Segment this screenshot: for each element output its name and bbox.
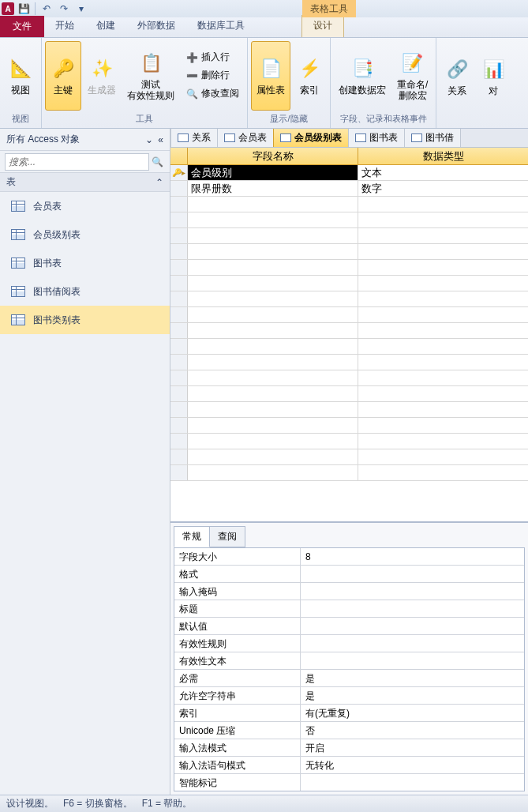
row-selector[interactable] bbox=[170, 307, 188, 322]
datamacro-button[interactable]: 📑 创建数据宏 bbox=[334, 41, 391, 111]
nav-item[interactable]: 图书借阅表 bbox=[0, 277, 170, 306]
row-selector[interactable] bbox=[170, 449, 188, 464]
cell-field-name[interactable] bbox=[188, 418, 358, 433]
tab-dbtools[interactable]: 数据库工具 bbox=[186, 16, 256, 37]
property-value[interactable] bbox=[301, 600, 524, 617]
grid-row[interactable] bbox=[170, 197, 528, 212]
document-tab[interactable]: 关系 bbox=[170, 129, 218, 147]
nav-dropdown-icon[interactable]: ⌄ bbox=[145, 134, 153, 145]
cell-field-name[interactable] bbox=[188, 434, 358, 449]
document-tab[interactable]: 图书表 bbox=[348, 129, 405, 147]
cell-data-type[interactable] bbox=[358, 323, 528, 338]
cell-data-type[interactable] bbox=[358, 449, 528, 464]
cell-field-name[interactable] bbox=[188, 244, 358, 259]
property-row[interactable]: 允许空字符串是 bbox=[174, 687, 524, 705]
tab-external[interactable]: 外部数据 bbox=[126, 16, 186, 37]
cell-field-name[interactable] bbox=[188, 307, 358, 322]
grid-row[interactable] bbox=[170, 386, 528, 402]
property-value[interactable] bbox=[301, 566, 524, 582]
cell-data-type[interactable] bbox=[358, 465, 528, 480]
test-validation-button[interactable]: 📋 测试 有效性规则 bbox=[122, 41, 179, 111]
prop-tab-lookup[interactable]: 查阅 bbox=[209, 526, 245, 547]
cell-data-type[interactable] bbox=[358, 434, 528, 449]
cell-data-type[interactable] bbox=[358, 386, 528, 401]
document-tab[interactable]: 图书借 bbox=[404, 129, 461, 147]
row-selector[interactable] bbox=[170, 402, 188, 417]
property-value[interactable] bbox=[301, 618, 524, 634]
row-selector[interactable]: 🔑▸ bbox=[170, 165, 188, 180]
property-value[interactable]: 无转化 bbox=[301, 757, 524, 773]
row-selector[interactable] bbox=[170, 434, 188, 449]
cell-field-name[interactable] bbox=[188, 449, 358, 464]
property-value[interactable]: 是 bbox=[301, 687, 524, 704]
row-selector[interactable] bbox=[170, 370, 188, 385]
cell-field-name[interactable] bbox=[188, 402, 358, 417]
cell-field-name[interactable] bbox=[188, 323, 358, 338]
cell-data-type[interactable] bbox=[358, 418, 528, 433]
cell-data-type[interactable] bbox=[358, 244, 528, 259]
cell-data-type[interactable] bbox=[358, 276, 528, 291]
grid-row[interactable] bbox=[170, 212, 528, 228]
property-row[interactable]: 有效性文本 bbox=[174, 652, 524, 670]
cell-data-type[interactable]: 数字 bbox=[358, 181, 528, 196]
cell-data-type[interactable] bbox=[358, 370, 528, 385]
insert-row-button[interactable]: ➕插入行 bbox=[182, 49, 242, 66]
cell-field-name[interactable] bbox=[188, 197, 358, 212]
property-row[interactable]: 输入掩码 bbox=[174, 583, 524, 600]
property-value[interactable]: 否 bbox=[301, 722, 524, 739]
grid-row[interactable] bbox=[170, 307, 528, 323]
cell-data-type[interactable]: 文本 bbox=[358, 165, 528, 180]
grid-row[interactable]: 限界册数数字 bbox=[170, 181, 528, 197]
row-selector[interactable] bbox=[170, 418, 188, 433]
grid-row[interactable] bbox=[170, 370, 528, 386]
qat-dropdown-icon[interactable]: ▾ bbox=[73, 2, 89, 16]
grid-row[interactable] bbox=[170, 276, 528, 291]
tab-start[interactable]: 开始 bbox=[44, 16, 85, 37]
cell-field-name[interactable] bbox=[188, 212, 358, 227]
grid-row[interactable] bbox=[170, 402, 528, 418]
cell-data-type[interactable] bbox=[358, 228, 528, 243]
property-value[interactable] bbox=[301, 774, 524, 791]
row-selector[interactable] bbox=[170, 355, 188, 370]
grid-row[interactable] bbox=[170, 449, 528, 465]
undo-icon[interactable]: ↶ bbox=[39, 2, 54, 16]
property-sheet-button[interactable]: 📄 属性表 bbox=[251, 41, 290, 111]
property-value[interactable] bbox=[301, 652, 524, 669]
grid-row[interactable]: 🔑▸会员级别文本 bbox=[170, 165, 528, 181]
property-row[interactable]: 必需是 bbox=[174, 670, 524, 687]
row-selector[interactable] bbox=[170, 386, 188, 401]
cell-field-name[interactable] bbox=[188, 276, 358, 291]
tab-design[interactable]: 设计 bbox=[301, 15, 344, 37]
nav-item[interactable]: 会员级别表 bbox=[0, 220, 170, 249]
property-row[interactable]: 有效性规则 bbox=[174, 635, 524, 652]
property-value[interactable]: 开启 bbox=[301, 739, 524, 756]
property-value[interactable] bbox=[301, 635, 524, 652]
row-selector[interactable] bbox=[170, 323, 188, 338]
row-selector[interactable] bbox=[170, 339, 188, 354]
cell-field-name[interactable]: 会员级别 bbox=[188, 165, 358, 180]
index-button[interactable]: ⚡ 索引 bbox=[292, 41, 327, 111]
cell-field-name[interactable] bbox=[188, 291, 358, 306]
modify-lookup-button[interactable]: 🔍修改查阅 bbox=[182, 85, 242, 102]
rename-macro-button[interactable]: 📝 重命名/ 删除宏 bbox=[392, 41, 433, 111]
tab-file[interactable]: 文件 bbox=[0, 16, 44, 37]
row-selector[interactable] bbox=[170, 181, 188, 196]
row-selector[interactable] bbox=[170, 228, 188, 243]
grid-row[interactable] bbox=[170, 260, 528, 276]
save-icon[interactable]: 💾 bbox=[16, 2, 32, 16]
cell-field-name[interactable] bbox=[188, 228, 358, 243]
primary-key-button[interactable]: 🔑 主键 bbox=[45, 41, 81, 111]
property-row[interactable]: Unicode 压缩否 bbox=[174, 722, 524, 739]
nav-section-tables[interactable]: 表 ⌃ bbox=[0, 173, 170, 192]
redo-icon[interactable]: ↷ bbox=[56, 2, 72, 16]
row-selector[interactable] bbox=[170, 197, 188, 212]
view-button[interactable]: 📐 视图 bbox=[3, 41, 38, 111]
col-header-field[interactable]: 字段名称 bbox=[188, 148, 358, 164]
document-tab[interactable]: 会员表 bbox=[217, 129, 274, 147]
cell-field-name[interactable] bbox=[188, 370, 358, 385]
row-selector[interactable] bbox=[170, 260, 188, 275]
row-selector[interactable] bbox=[170, 465, 188, 480]
row-selector[interactable] bbox=[170, 276, 188, 291]
nav-item[interactable]: 会员表 bbox=[0, 192, 170, 220]
property-row[interactable]: 索引有(无重复) bbox=[174, 705, 524, 722]
